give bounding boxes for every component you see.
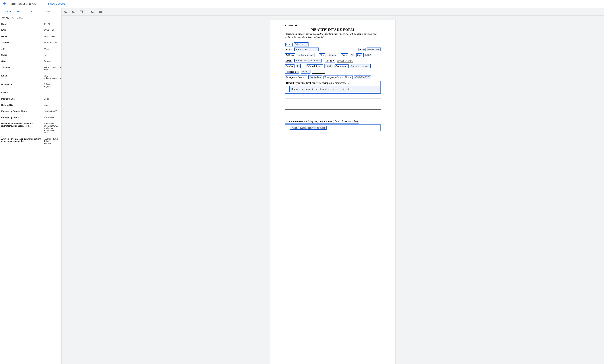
- kv-row[interactable]: Address:24 Barney Lane: [0, 39, 61, 46]
- field-value-name: Sally Walker: [294, 48, 319, 51]
- kv-row[interactable]: Date:9/14/19: [0, 21, 61, 27]
- kv-value: F: [44, 92, 46, 94]
- document-toolbar: [62, 8, 604, 16]
- field-label-phone: Phone #:: [325, 59, 335, 62]
- field-value-gender: F: [296, 64, 301, 68]
- filter-input[interactable]: [12, 17, 59, 19]
- kv-key: State:: [1, 54, 44, 56]
- kv-key: _Phone #:: [1, 66, 44, 71]
- kv-key: Referred By:: [1, 104, 44, 106]
- kv-value: NJ: [44, 54, 47, 56]
- kv-value: 24 Barney Lane: [44, 41, 59, 44]
- fit-icon[interactable]: [79, 10, 84, 14]
- field-label-zip: Zip:: [356, 53, 362, 57]
- field-label-medication: Are you currently taking any medication?…: [285, 120, 359, 123]
- field-label-emergency-contact: Emergency Contact:: [285, 75, 307, 79]
- kv-value: Ranny nose, mucas in thwat, weakness, ac…: [44, 122, 60, 134]
- kv-row[interactable]: Name:Sally Walker: [0, 33, 61, 39]
- field-label-city: City:: [319, 53, 326, 57]
- field-label-emergency-phone: Emergency Contact Phone:: [324, 75, 353, 79]
- kv-row[interactable]: _Phone #:walker@cmail.com (906: [0, 64, 61, 73]
- document-viewport[interactable]: FakeDoc M.D. HEALTH INTAKE FORM Please f…: [62, 16, 604, 364]
- document-icon: [46, 2, 49, 5]
- main-area: FakeDoc M.D. HEALTH INTAKE FORM Please f…: [62, 8, 604, 364]
- field-value-emergency-phone: (906)334-8926: [354, 75, 371, 79]
- sidebar: KEY VALUE PAIR TABLE ENTITY Filter Date:…: [0, 8, 62, 364]
- kv-key: Date:: [1, 23, 44, 25]
- field-value-phone: (906) 917-3486: [337, 60, 353, 62]
- kv-row[interactable]: City:Towaco: [0, 58, 61, 64]
- field-label-name: Name:: [285, 48, 293, 51]
- kv-key: Emergency Contact Phone:: [1, 110, 44, 112]
- form-title: HEALTH INTAKE FORM: [285, 27, 381, 32]
- kv-value: Eva Walker: [44, 116, 55, 119]
- field-value-dob: 09/04/1986: [367, 48, 381, 51]
- field-value-concerns: Ranny nose, mucas in throat, weakness, a…: [289, 86, 380, 92]
- kv-key: Marital Status:: [1, 98, 44, 100]
- field-value-date: 9/14/19: [294, 42, 309, 46]
- kv-value: 07082: [44, 48, 51, 50]
- kv-value: 9/14/19: [44, 23, 52, 25]
- page-title: Form Parser analysis: [9, 2, 37, 6]
- doctor-name: FakeDoc M.D.: [285, 24, 381, 27]
- kv-row[interactable]: Occupation:Software Engineer: [0, 81, 61, 90]
- keyboard-icon[interactable]: [98, 10, 103, 14]
- field-label-occupation: Occupation:: [335, 64, 349, 68]
- kv-key: Occupation:: [1, 83, 44, 88]
- field-value-state: NJ: [350, 53, 355, 57]
- kv-key: Are you currently taking any medication?…: [1, 138, 44, 145]
- document-page: FakeDoc M.D. HEALTH INTAKE FORM Please f…: [270, 20, 395, 364]
- kv-row[interactable]: Marital Status:Single: [0, 96, 61, 102]
- field-label-referred: Referred By:: [285, 70, 299, 73]
- zoom-in-icon[interactable]: [71, 10, 76, 14]
- kv-value: Sally, walker@cmail.com: [44, 75, 61, 79]
- kv-value: Towaco: [44, 60, 52, 62]
- field-label-state: State:: [341, 53, 348, 57]
- kv-row[interactable]: Emergency Contact Phone:(906)334-8926: [0, 108, 61, 114]
- kv-value: None: [44, 104, 50, 106]
- field-value-email: Sally.walker@cmail.com: [294, 59, 322, 62]
- field-label-marital: Marital Status:: [307, 64, 323, 68]
- field-value-zip: 07082: [363, 53, 372, 57]
- filter-icon: [2, 17, 5, 20]
- tab-entity[interactable]: ENTITY: [40, 8, 56, 15]
- app-header: Form Parser analysis NEW DOCUMENT: [0, 0, 604, 8]
- field-value-medication: Vyvanse (25mg) daily for attention: [290, 126, 327, 130]
- filter-bar: Filter: [0, 15, 61, 21]
- kv-row[interactable]: Gender:F: [0, 90, 61, 96]
- kv-key: Name:: [1, 35, 44, 37]
- tab-key-value-pair[interactable]: KEY VALUE PAIR: [0, 8, 25, 15]
- field-label-gender: Gender:: [285, 64, 294, 68]
- filter-label: Filter: [2, 17, 10, 20]
- field-label-address: Address:: [285, 53, 295, 57]
- field-value-occupation: Software Engineer: [350, 64, 371, 68]
- search-icon[interactable]: [90, 10, 95, 14]
- field-value-city: Towaco: [327, 53, 337, 57]
- tab-table[interactable]: TABLE: [25, 8, 40, 15]
- new-document-button[interactable]: NEW DOCUMENT: [46, 2, 69, 5]
- field-label-email: Email:: [285, 59, 293, 62]
- kv-value: 09/04/1986: [44, 29, 55, 31]
- field-value-address: 24 Barney Lane: [297, 53, 315, 57]
- kv-row[interactable]: Email:Sally, walker@cmail.com: [0, 73, 61, 81]
- tabs: KEY VALUE PAIR TABLE ENTITY: [0, 8, 61, 15]
- kv-row[interactable]: Zip:07082: [0, 46, 61, 52]
- field-label-dob: DOB:: [358, 48, 366, 51]
- kv-row[interactable]: Are you currently taking any medication?…: [0, 136, 61, 147]
- kv-row[interactable]: Referred By:None: [0, 102, 61, 108]
- key-value-list: Date:9/14/19DOB:09/04/1986Name:Sally Wal…: [0, 21, 61, 364]
- kv-row[interactable]: Describe your medical concerns (symptoms…: [0, 121, 61, 136]
- zoom-out-icon[interactable]: [63, 10, 68, 14]
- kv-row[interactable]: Emergency Contact:Eva Walker: [0, 114, 61, 121]
- kv-value: Single: [44, 98, 51, 100]
- kv-key: City:: [1, 60, 44, 62]
- kv-value: Vyvanse (25mg) daily for attention.: [44, 138, 60, 145]
- kv-row[interactable]: State:NJ: [0, 52, 61, 58]
- kv-row[interactable]: DOB:09/04/1986: [0, 27, 61, 33]
- field-label-concerns: Describe your medical concerns (symptoms…: [285, 81, 352, 85]
- kv-key: DOB:: [1, 29, 44, 31]
- field-value-marital: Single: [325, 64, 333, 68]
- form-intro: Please fill out the questionnaire carefu…: [285, 32, 381, 39]
- kv-key: Email:: [1, 75, 44, 79]
- back-arrow-icon[interactable]: [3, 2, 6, 6]
